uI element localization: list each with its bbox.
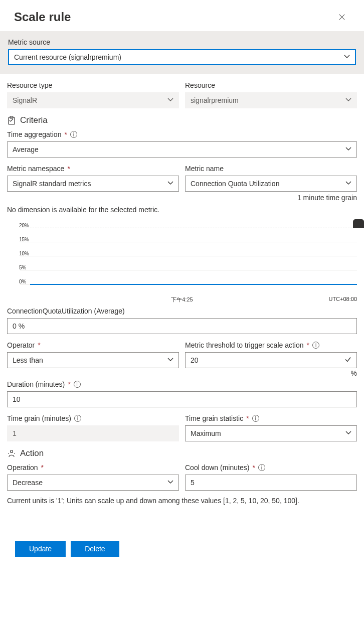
check-icon (344, 356, 351, 365)
close-button[interactable] (334, 9, 350, 25)
operator-label: Operator * (7, 341, 179, 349)
info-icon[interactable]: i (74, 415, 81, 422)
clipboard-icon (7, 116, 16, 125)
duration-input[interactable]: 10 (7, 391, 357, 407)
resource-type-select: SignalR (7, 92, 179, 108)
metric-chart: 20% 15% 10% 5% 0% 下午4:25 UTC+08:00 (0, 214, 364, 302)
ytick-20: 20% (19, 223, 29, 228)
required-indicator: * (38, 341, 40, 349)
time-grain-stat-select[interactable]: Maximum (185, 425, 357, 441)
cooldown-label: Cool down (minutes) * i (185, 464, 357, 472)
time-aggregation-label: Time aggregation * i (7, 130, 357, 138)
ytick-5: 5% (19, 265, 26, 270)
metric-namespace-select[interactable]: SignalR standard metrics (7, 176, 179, 192)
duration-label: Duration (minutes) * i (7, 380, 357, 388)
chart-spike (353, 219, 364, 228)
units-note: Current units is '1'; Units can scale up… (0, 491, 364, 511)
ytick-10: 10% (19, 251, 29, 256)
info-icon[interactable]: i (252, 415, 259, 422)
metric-namespace-value: SignalR standard metrics (13, 180, 91, 188)
required-indicator: * (246, 414, 249, 422)
metric-name-value: Connection Quota Utilization (191, 180, 279, 188)
info-icon[interactable]: i (312, 342, 319, 349)
resource-select: signalrpremium (185, 92, 357, 108)
info-icon[interactable]: i (74, 381, 81, 388)
time-aggregation-value: Average (13, 145, 39, 153)
resource-type-label: Resource type (7, 81, 179, 89)
threshold-input[interactable]: 20 (185, 352, 357, 368)
info-icon[interactable]: i (258, 464, 265, 471)
required-indicator: * (252, 464, 255, 472)
operation-label: Operation * (7, 464, 179, 472)
svg-point-2 (11, 450, 13, 453)
required-indicator: * (67, 165, 70, 173)
chart-series-line (30, 284, 357, 285)
close-icon (338, 14, 345, 21)
info-icon[interactable]: i (70, 131, 77, 138)
chevron-down-icon (345, 429, 351, 437)
resource-value: signalrpremium (191, 96, 239, 104)
ytick-0: 0% (19, 279, 26, 284)
chevron-down-icon (344, 53, 350, 61)
ytick-15: 15% (19, 237, 29, 242)
metric-name-label: Metric name (185, 165, 357, 173)
required-indicator: * (68, 380, 70, 388)
chevron-down-icon (167, 479, 173, 487)
required-indicator: * (41, 464, 43, 472)
time-grain-input: 1 (7, 425, 179, 441)
x-annotation-time: 下午4:25 (171, 296, 193, 303)
operator-select[interactable]: Less than (7, 352, 179, 368)
action-heading: Action (7, 448, 357, 458)
metric-namespace-label: Metric namespace * (7, 165, 179, 173)
x-annotation-tz: UTC+08:00 (328, 296, 357, 302)
chevron-down-icon (167, 180, 173, 188)
chevron-down-icon (167, 96, 173, 104)
time-aggregation-select[interactable]: Average (7, 141, 357, 158)
update-button[interactable]: Update (15, 541, 66, 557)
chevron-down-icon (167, 356, 173, 364)
cooldown-input[interactable]: 5 (185, 475, 357, 491)
required-indicator: * (64, 130, 67, 138)
time-grain-stat-value: Maximum (191, 429, 221, 437)
metric-value-display: 0 % (7, 318, 357, 334)
no-dimension-message: No dimension is available for the select… (0, 202, 364, 214)
metric-source-value: Current resource (signalrpremium) (14, 53, 121, 61)
time-grain-label: Time grain (minutes) i (7, 414, 179, 422)
chevron-down-icon (345, 145, 351, 153)
criteria-heading: Criteria (7, 115, 357, 125)
resource-type-value: SignalR (13, 96, 37, 104)
operation-value: Decrease (13, 479, 43, 487)
delete-button[interactable]: Delete (71, 541, 119, 557)
metric-source-select[interactable]: Current resource (signalrpremium) (8, 49, 356, 65)
time-grain-note: 1 minute time grain (0, 192, 364, 202)
metric-name-select[interactable]: Connection Quota Utilization (185, 176, 357, 192)
threshold-label: Metric threshold to trigger scale action… (185, 341, 357, 349)
metric-caption: ConnectionQuotaUtilization (Average) (0, 302, 364, 318)
chevron-down-icon (345, 180, 351, 188)
time-grain-stat-label: Time grain statistic * i (185, 414, 357, 422)
threshold-suffix: % (0, 368, 364, 377)
metric-source-label: Metric source (8, 38, 356, 46)
required-indicator: * (307, 341, 309, 349)
panel-title: Scale rule (14, 10, 71, 24)
resource-label: Resource (185, 81, 357, 89)
chevron-down-icon (345, 96, 351, 104)
operator-value: Less than (13, 356, 43, 364)
operation-select[interactable]: Decrease (7, 475, 179, 491)
action-icon (7, 449, 16, 458)
